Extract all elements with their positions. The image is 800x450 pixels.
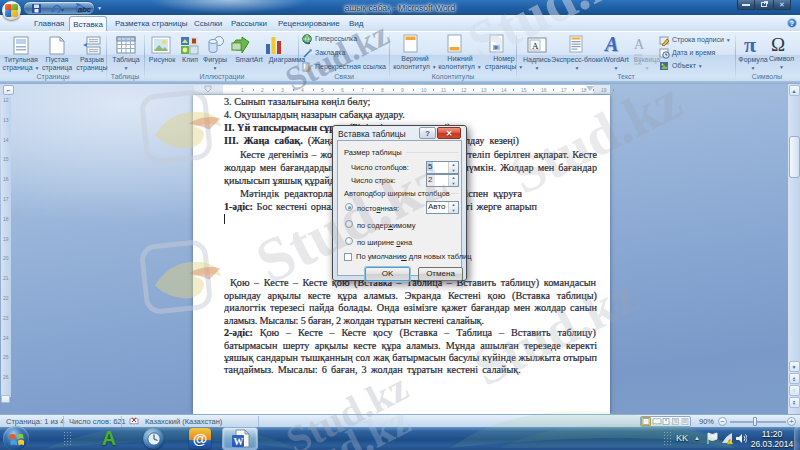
svg-text:A: A (532, 41, 539, 51)
svg-text:▾: ▾ (61, 7, 64, 13)
svg-text:abc: abc (78, 5, 92, 14)
svg-text:!: ! (729, 439, 730, 445)
svg-text:W: W (234, 436, 244, 447)
